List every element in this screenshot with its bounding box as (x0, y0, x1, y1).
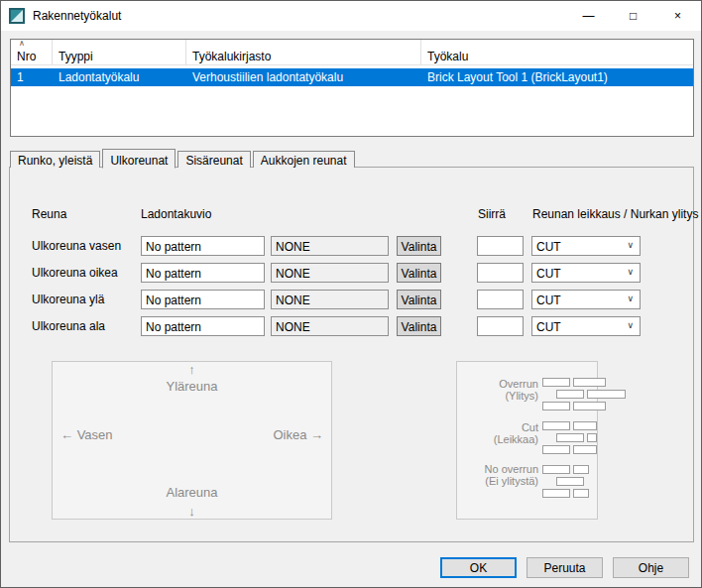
pattern-input[interactable]: No pattern (141, 263, 265, 283)
brick (542, 378, 570, 387)
dialog-rakennetyokalut: Rakennetyökalut — □ × ∧ Nro Tyyppi Työka… (0, 0, 702, 588)
legend-overrun-fi: (Ylitys) (457, 390, 538, 402)
tab-aukkojen-reunat[interactable]: Aukkojen reunat (253, 151, 355, 168)
cut-select[interactable]: CUT ∨ (531, 263, 641, 283)
brick (556, 477, 584, 486)
arrow-right-icon: → (310, 427, 323, 442)
pattern-library-field[interactable]: NONE (271, 316, 389, 336)
cut-select[interactable]: CUT ∨ (531, 316, 641, 336)
brick (542, 421, 570, 430)
diagram-label-right: Oikea → (273, 427, 323, 442)
chevron-down-icon: ∨ (627, 294, 634, 303)
cell-tyokalu: Brick Layout Tool 1 (BrickLayout1) (421, 68, 693, 86)
legend-overrun: Overrun (457, 378, 538, 390)
app-icon (9, 8, 25, 24)
legend-cut-fi: (Leikkaa) (457, 433, 538, 445)
legend-no-overrun-fi: (Ei ylitystä) (457, 475, 538, 487)
edge-row-vasen: Ulkoreuna vasen No pattern NONE Valinta … (10, 236, 693, 256)
edge-row-label: Ulkoreuna vasen (32, 239, 121, 253)
chevron-down-icon: ∨ (627, 320, 634, 330)
col-header-tyokalukirjasto[interactable]: Työkalukirjasto (186, 40, 421, 64)
sort-asc-icon: ∧ (19, 40, 25, 48)
siirra-input[interactable] (477, 316, 524, 336)
cell-tyokalukirjasto: Verhoustiilien ladontatyökalu (186, 68, 421, 86)
brick (542, 445, 570, 454)
help-button[interactable]: Ohje (613, 557, 689, 578)
pattern-input[interactable]: No pattern (141, 316, 265, 336)
column-label-leikkaus: Reunan leikkaus / Nurkan ylitys (532, 207, 698, 221)
col-header-tyyppi[interactable]: Tyyppi (53, 40, 186, 64)
legend-no-overrun: No overrun (457, 463, 538, 475)
brick (573, 465, 589, 474)
pattern-library-field[interactable]: NONE (271, 236, 389, 256)
cut-select-value: CUT (536, 267, 561, 281)
brick (573, 421, 597, 430)
pattern-library-field[interactable]: NONE (271, 263, 389, 283)
diagram-right-text: Oikea (273, 427, 306, 442)
diagram-left-text: Vasen (77, 427, 113, 442)
valinta-button[interactable]: Valinta (397, 316, 441, 336)
table-row[interactable]: 1 Ladontatyökalu Verhoustiilien ladontat… (11, 68, 693, 86)
tool-table: ∧ Nro Tyyppi Työkalukirjasto Työkalu 1 L… (10, 39, 694, 137)
table-header: ∧ Nro Tyyppi Työkalukirjasto Työkalu (11, 40, 693, 65)
col-header-tyokalu[interactable]: Työkalu (421, 40, 693, 64)
valinta-button[interactable]: Valinta (397, 290, 441, 309)
cut-select[interactable]: CUT ∨ (531, 236, 641, 256)
close-button[interactable]: × (655, 1, 700, 31)
col-header-nro-label: Nro (17, 50, 36, 63)
chevron-down-icon: ∨ (627, 240, 634, 250)
siirra-input[interactable] (477, 263, 524, 283)
edge-row-yla: Ulkoreuna ylä No pattern NONE Valinta CU… (10, 290, 693, 309)
cut-select-value: CUT (536, 294, 561, 307)
pattern-library-field[interactable]: NONE (271, 290, 389, 309)
valinta-button[interactable]: Valinta (397, 263, 441, 283)
tab-panel-ulkoreunat: Reuna Ladontakuvio Siirrä Reunan leikkau… (9, 167, 694, 542)
arrow-left-icon: ← (60, 427, 73, 442)
brick (556, 433, 584, 442)
siirra-input[interactable] (477, 290, 524, 309)
edge-orientation-diagram: ↑ Yläreuna ← Vasen Oikea → Alareuna ↓ (52, 361, 332, 520)
brick (542, 402, 570, 411)
pattern-input[interactable]: No pattern (141, 236, 265, 256)
overrun-legend-diagram: Overrun (Ylitys) Cut (Leikkaa) No overru… (456, 361, 598, 520)
brick (542, 465, 570, 474)
titlebar: Rakennetyökalut — □ × (1, 1, 701, 31)
tab-runko-yleista[interactable]: Runko, yleistä (10, 151, 100, 168)
brick (556, 390, 584, 399)
diagram-label-left: ← Vasen (60, 427, 113, 442)
pattern-input[interactable]: No pattern (141, 290, 265, 309)
maximize-button[interactable]: □ (611, 1, 655, 31)
ok-button[interactable]: OK (440, 557, 517, 578)
arrow-up-icon: ↑ (188, 362, 195, 377)
tab-ulkoreunat[interactable]: Ulkoreunat (102, 149, 176, 169)
arrow-down-icon: ↓ (188, 504, 195, 519)
edge-row-label: Ulkoreuna ylä (32, 293, 104, 306)
edge-row-oikea: Ulkoreuna oikea No pattern NONE Valinta … (10, 263, 693, 283)
column-label-reuna: Reuna (32, 207, 66, 221)
brick (542, 489, 570, 498)
diagram-label-top: Yläreuna (53, 379, 331, 394)
col-header-nro[interactable]: ∧ Nro (11, 40, 53, 64)
window-title: Rakennetyökalut (33, 9, 121, 23)
brick (573, 489, 589, 498)
brick (573, 445, 597, 454)
valinta-button[interactable]: Valinta (397, 236, 441, 256)
cell-tyyppi: Ladontatyökalu (53, 68, 186, 86)
cancel-button[interactable]: Peruuta (526, 557, 603, 578)
minimize-button[interactable]: — (566, 1, 611, 31)
column-label-siirra: Siirrä (478, 207, 506, 221)
siirra-input[interactable] (477, 236, 524, 256)
column-label-ladontakuvio: Ladontakuvio (141, 207, 211, 221)
cell-nro: 1 (11, 68, 53, 86)
tab-sisareunat[interactable]: Sisäreunat (177, 151, 250, 168)
diagram-label-bottom: Alareuna (53, 485, 331, 500)
brick (587, 433, 597, 442)
cut-select[interactable]: CUT ∨ (531, 290, 641, 309)
chevron-down-icon: ∨ (627, 267, 634, 277)
tab-bar: Runko, yleistä Ulkoreunat Sisäreunat Auk… (10, 148, 357, 168)
brick (573, 402, 606, 411)
cut-select-value: CUT (536, 320, 561, 334)
legend-cut: Cut (457, 421, 538, 433)
window-controls: — □ × (566, 1, 700, 31)
brick (573, 378, 606, 387)
